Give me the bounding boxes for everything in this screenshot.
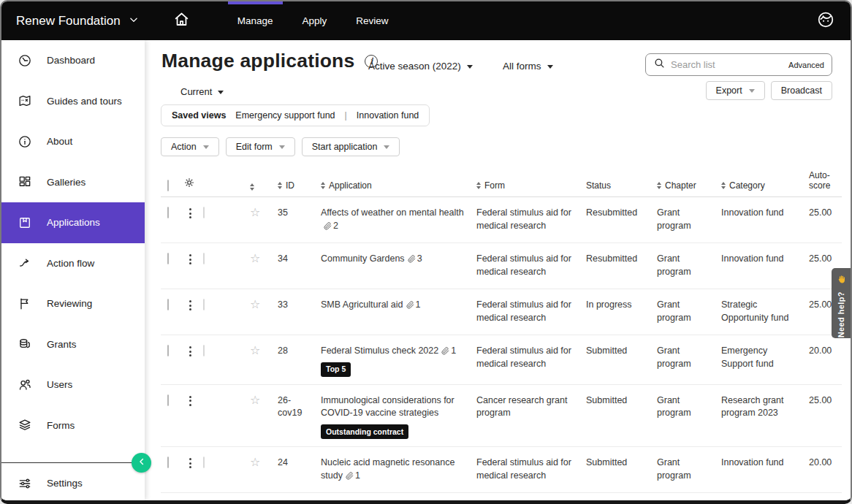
application-title[interactable]: Community Gardens <box>321 253 405 264</box>
grid-icon <box>18 175 32 189</box>
org-switcher[interactable]: Renew Foundation <box>16 14 139 28</box>
cell-id: 28 <box>278 345 321 377</box>
saved-view-emergency-support-fund[interactable]: Emergency support fund <box>235 110 335 121</box>
action-flow-icon <box>18 256 32 270</box>
search-input[interactable] <box>671 59 783 70</box>
column-header-chapter[interactable]: Chapter <box>657 180 721 191</box>
sidebar-item-guides-and-tours[interactable]: Guides and tours <box>1 81 145 122</box>
saved-view-innovation-fund[interactable]: Innovation fund <box>357 110 419 121</box>
application-title[interactable]: SMB Agricultural aid <box>321 299 403 310</box>
attachment-count: 3 <box>408 253 422 264</box>
application-title[interactable]: Immunological considerations for COVID-1… <box>321 395 454 419</box>
row-checkbox[interactable] <box>167 394 169 406</box>
cell-auto-score: 25.00 <box>809 207 842 235</box>
row-thumbnail[interactable] <box>203 207 205 218</box>
sidebar-item-about[interactable]: About <box>1 121 145 162</box>
org-name: Renew Foundation <box>16 14 121 28</box>
table-row[interactable]: ☆ 35 Affects of weather on mental health… <box>161 197 842 243</box>
sidebar-item-dashboard[interactable]: Dashboard <box>1 40 145 81</box>
sidebar-item-action-flow[interactable]: Action flow <box>1 243 145 284</box>
column-header-application[interactable]: Application <box>321 180 476 191</box>
tab-review[interactable]: Review <box>354 1 389 40</box>
edit-form-dropdown-button[interactable]: Edit form <box>226 137 295 156</box>
saved-views-label: Saved views <box>172 110 226 121</box>
saved-views-bar: Saved views Emergency support fund | Inn… <box>161 104 430 126</box>
tab-apply[interactable]: Apply <box>301 1 329 40</box>
cell-category: Emergency Support fund <box>721 345 809 377</box>
row-thumbnail[interactable] <box>203 299 205 310</box>
star-icon[interactable]: ☆ <box>250 393 260 407</box>
sidebar-item-reviewing[interactable]: Reviewing <box>1 283 145 324</box>
column-header-id[interactable]: ID <box>278 180 321 191</box>
season-filter-dropdown[interactable]: Active season (2022) <box>368 61 473 72</box>
table-row[interactable]: ☆ 34 Community Gardens3 Federal stimulus… <box>161 243 842 289</box>
application-title[interactable]: Federal Stimulus check 2022 <box>321 345 438 356</box>
sidebar-collapse-button[interactable] <box>132 453 151 473</box>
row-checkbox[interactable] <box>167 299 169 310</box>
export-button[interactable]: Export <box>706 81 765 100</box>
need-help-tab[interactable]: Need help? <box>832 268 851 338</box>
map-icon <box>18 93 32 108</box>
broadcast-button[interactable]: Broadcast <box>771 81 832 100</box>
cell-form: Cancer research grant program <box>476 394 586 439</box>
info-circle-icon <box>18 134 32 149</box>
star-icon[interactable]: ☆ <box>250 455 260 469</box>
row-menu-button[interactable] <box>183 394 197 439</box>
sidebar-item-grants[interactable]: Grants <box>1 324 145 365</box>
cell-form: Federal stimulus aid for medical researc… <box>476 345 586 377</box>
row-thumbnail[interactable] <box>203 345 205 356</box>
tab-manage[interactable]: Manage <box>236 1 275 40</box>
star-icon[interactable]: ☆ <box>250 501 260 504</box>
table-body: ☆ 35 Affects of weather on mental health… <box>161 197 842 504</box>
cell-form: Federal stimulus aid for medical researc… <box>476 299 586 327</box>
star-icon[interactable]: ☆ <box>250 205 260 219</box>
star-icon[interactable]: ☆ <box>250 297 260 311</box>
caret-down-icon <box>203 145 209 149</box>
column-header-category[interactable]: Category <box>721 180 809 191</box>
row-checkbox[interactable] <box>167 253 169 264</box>
star-icon[interactable]: ☆ <box>250 251 260 265</box>
sort-star-column[interactable] <box>250 183 278 191</box>
table-row[interactable]: ☆ 23 Biotechnology for combating climate… <box>161 493 842 504</box>
sidebar-item-galleries[interactable]: Galleries <box>1 162 145 203</box>
row-checkbox[interactable] <box>167 207 169 218</box>
cell-application: Affects of weather on mental health2 <box>321 207 476 235</box>
row-menu-button[interactable] <box>183 299 197 327</box>
application-title[interactable]: Nucleic acid magnetic resonance study <box>321 457 454 481</box>
sidebar-item-users[interactable]: Users <box>1 364 145 405</box>
cell-status: Submitted <box>586 457 657 485</box>
row-menu-button[interactable] <box>183 207 197 235</box>
column-header-form[interactable]: Form <box>476 180 586 191</box>
application-title[interactable]: Affects of weather on mental health <box>321 207 464 218</box>
row-checkbox[interactable] <box>167 345 169 356</box>
sidebar-item-settings[interactable]: Settings <box>1 463 145 504</box>
sidebar-item-forms[interactable]: Forms <box>1 405 145 446</box>
advanced-search-button[interactable]: Advanced <box>788 61 824 69</box>
cell-auto-score: 25.00 <box>809 394 842 439</box>
table-row[interactable]: ☆ 24 Nucleic acid magnetic resonance stu… <box>161 447 842 493</box>
row-menu-button[interactable] <box>183 457 197 485</box>
star-icon[interactable]: ☆ <box>250 343 260 357</box>
table-row[interactable]: ☆ 33 SMB Agricultural aid1 Federal stimu… <box>161 289 842 335</box>
sidebar-item-applications[interactable]: Applications <box>1 202 145 243</box>
table-row[interactable]: ☆ 26-cov19 Immunological considerations … <box>161 385 842 447</box>
row-menu-button[interactable] <box>183 345 197 377</box>
caret-down-icon <box>749 89 755 93</box>
start-application-dropdown-button[interactable]: Start application <box>302 137 400 156</box>
top-tabs: Manage Apply Review <box>236 1 390 40</box>
home-button[interactable] <box>172 10 191 31</box>
column-settings-button[interactable] <box>183 175 197 191</box>
select-all-checkbox[interactable] <box>167 180 169 191</box>
cell-category: Innovation fund <box>721 253 809 281</box>
row-thumbnail[interactable] <box>203 253 205 264</box>
row-menu-button[interactable] <box>183 253 197 281</box>
table-row[interactable]: ☆ 28 Federal Stimulus check 20221 Top 5 … <box>161 335 842 385</box>
current-view-dropdown[interactable]: Current <box>180 86 224 97</box>
forms-filter-dropdown[interactable]: All forms <box>503 61 553 72</box>
column-header-status: Status <box>586 180 657 191</box>
face-icon <box>816 10 835 32</box>
row-thumbnail[interactable] <box>203 457 205 468</box>
action-dropdown-button[interactable]: Action <box>161 137 219 156</box>
row-checkbox[interactable] <box>167 457 169 468</box>
assistant-avatar-button[interactable] <box>816 10 835 32</box>
